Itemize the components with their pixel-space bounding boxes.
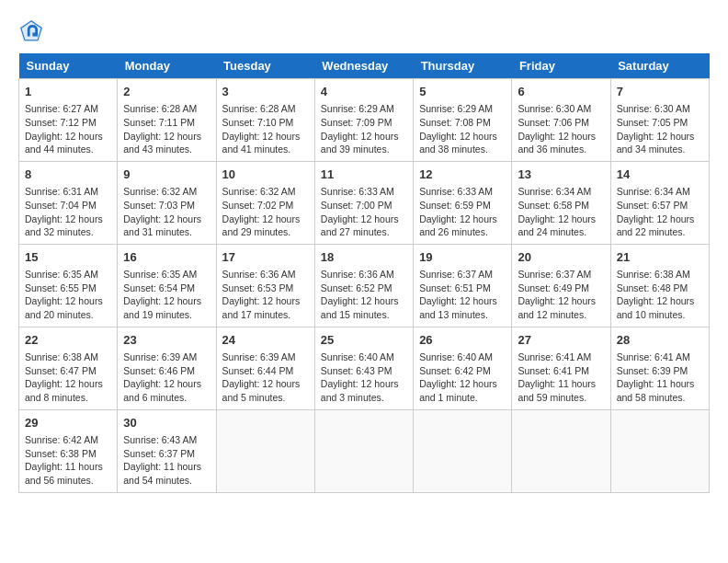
calendar-day: 12Sunrise: 6:33 AMSunset: 6:59 PMDayligh… xyxy=(414,161,512,244)
calendar-day: 15Sunrise: 6:35 AMSunset: 6:55 PMDayligh… xyxy=(19,244,118,327)
calendar-day: 8Sunrise: 6:31 AMSunset: 7:04 PMDaylight… xyxy=(19,161,118,244)
day-number: 6 xyxy=(518,84,604,100)
calendar-day: 30Sunrise: 6:43 AMSunset: 6:37 PMDayligh… xyxy=(118,409,216,492)
day-info: Sunrise: 6:41 AMSunset: 6:39 PMDaylight:… xyxy=(617,350,703,405)
calendar-day xyxy=(314,409,413,492)
dow-friday: Friday xyxy=(512,53,610,79)
day-number: 11 xyxy=(321,167,407,183)
calendar-day: 7Sunrise: 6:30 AMSunset: 7:05 PMDaylight… xyxy=(610,79,709,162)
calendar-day: 28Sunrise: 6:41 AMSunset: 6:39 PMDayligh… xyxy=(610,327,709,409)
calendar-day: 18Sunrise: 6:36 AMSunset: 6:52 PMDayligh… xyxy=(314,244,413,327)
day-info: Sunrise: 6:36 AMSunset: 6:52 PMDaylight:… xyxy=(321,268,407,322)
logo-icon xyxy=(18,18,44,44)
day-info: Sunrise: 6:37 AMSunset: 6:51 PMDaylight:… xyxy=(419,268,506,322)
day-number: 5 xyxy=(419,84,506,100)
day-info: Sunrise: 6:28 AMSunset: 7:10 PMDaylight:… xyxy=(222,102,309,156)
day-info: Sunrise: 6:33 AMSunset: 6:59 PMDaylight:… xyxy=(419,185,506,239)
day-number: 1 xyxy=(25,84,111,100)
day-info: Sunrise: 6:39 AMSunset: 6:44 PMDaylight:… xyxy=(222,350,309,405)
calendar-day: 24Sunrise: 6:39 AMSunset: 6:44 PMDayligh… xyxy=(216,327,314,409)
day-number: 9 xyxy=(123,167,210,183)
calendar-day: 21Sunrise: 6:38 AMSunset: 6:48 PMDayligh… xyxy=(610,244,709,327)
calendar-day: 25Sunrise: 6:40 AMSunset: 6:43 PMDayligh… xyxy=(314,327,413,409)
calendar-day: 11Sunrise: 6:33 AMSunset: 7:00 PMDayligh… xyxy=(314,161,413,244)
day-number: 30 xyxy=(123,415,210,431)
header xyxy=(18,18,710,44)
day-info: Sunrise: 6:40 AMSunset: 6:43 PMDaylight:… xyxy=(321,350,407,405)
day-info: Sunrise: 6:30 AMSunset: 7:05 PMDaylight:… xyxy=(617,102,703,156)
day-number: 24 xyxy=(222,332,309,349)
calendar-day: 4Sunrise: 6:29 AMSunset: 7:09 PMDaylight… xyxy=(314,79,413,162)
calendar-day: 27Sunrise: 6:41 AMSunset: 6:41 PMDayligh… xyxy=(512,327,610,409)
dow-monday: Monday xyxy=(118,53,216,79)
calendar-body: 1Sunrise: 6:27 AMSunset: 7:12 PMDaylight… xyxy=(19,79,710,493)
calendar-day: 1Sunrise: 6:27 AMSunset: 7:12 PMDaylight… xyxy=(19,79,118,162)
day-number: 7 xyxy=(617,84,703,100)
calendar-day: 26Sunrise: 6:40 AMSunset: 6:42 PMDayligh… xyxy=(414,327,512,409)
day-number: 23 xyxy=(123,332,210,349)
day-info: Sunrise: 6:30 AMSunset: 7:06 PMDaylight:… xyxy=(518,102,604,156)
calendar-day: 14Sunrise: 6:34 AMSunset: 6:57 PMDayligh… xyxy=(610,161,709,244)
day-info: Sunrise: 6:38 AMSunset: 6:48 PMDaylight:… xyxy=(617,268,703,322)
dow-tuesday: Tuesday xyxy=(216,53,314,79)
calendar-week: 8Sunrise: 6:31 AMSunset: 7:04 PMDaylight… xyxy=(19,161,710,244)
day-info: Sunrise: 6:40 AMSunset: 6:42 PMDaylight:… xyxy=(419,350,506,405)
day-number: 18 xyxy=(321,249,407,266)
day-number: 27 xyxy=(518,332,604,349)
day-info: Sunrise: 6:34 AMSunset: 6:58 PMDaylight:… xyxy=(518,185,604,239)
day-info: Sunrise: 6:41 AMSunset: 6:41 PMDaylight:… xyxy=(518,350,604,405)
calendar-day: 9Sunrise: 6:32 AMSunset: 7:03 PMDaylight… xyxy=(118,161,216,244)
calendar-day: 3Sunrise: 6:28 AMSunset: 7:10 PMDaylight… xyxy=(216,79,314,162)
day-number: 29 xyxy=(25,415,111,431)
day-info: Sunrise: 6:32 AMSunset: 7:02 PMDaylight:… xyxy=(222,185,309,239)
calendar-day: 16Sunrise: 6:35 AMSunset: 6:54 PMDayligh… xyxy=(118,244,216,327)
day-info: Sunrise: 6:34 AMSunset: 6:57 PMDaylight:… xyxy=(617,185,703,239)
calendar-table: SundayMondayTuesdayWednesdayThursdayFrid… xyxy=(18,53,710,493)
calendar-day: 29Sunrise: 6:42 AMSunset: 6:38 PMDayligh… xyxy=(19,409,118,492)
calendar-day: 2Sunrise: 6:28 AMSunset: 7:11 PMDaylight… xyxy=(118,79,216,162)
day-info: Sunrise: 6:32 AMSunset: 7:03 PMDaylight:… xyxy=(123,185,210,239)
days-of-week-header: SundayMondayTuesdayWednesdayThursdayFrid… xyxy=(19,53,710,79)
calendar-day xyxy=(512,409,610,492)
calendar-day xyxy=(414,409,512,492)
day-info: Sunrise: 6:29 AMSunset: 7:09 PMDaylight:… xyxy=(321,102,407,156)
day-number: 19 xyxy=(419,249,506,266)
calendar-day xyxy=(610,409,709,492)
day-info: Sunrise: 6:33 AMSunset: 7:00 PMDaylight:… xyxy=(321,185,407,239)
day-number: 14 xyxy=(617,167,703,183)
day-info: Sunrise: 6:27 AMSunset: 7:12 PMDaylight:… xyxy=(25,102,111,156)
day-number: 16 xyxy=(123,249,210,266)
calendar-day: 17Sunrise: 6:36 AMSunset: 6:53 PMDayligh… xyxy=(216,244,314,327)
day-number: 22 xyxy=(25,332,111,349)
day-number: 15 xyxy=(25,249,111,266)
calendar-day xyxy=(216,409,314,492)
calendar-week: 22Sunrise: 6:38 AMSunset: 6:47 PMDayligh… xyxy=(19,327,710,409)
calendar-day: 13Sunrise: 6:34 AMSunset: 6:58 PMDayligh… xyxy=(512,161,610,244)
day-info: Sunrise: 6:31 AMSunset: 7:04 PMDaylight:… xyxy=(25,185,111,239)
day-number: 21 xyxy=(617,249,703,266)
dow-saturday: Saturday xyxy=(610,53,709,79)
day-number: 17 xyxy=(222,249,309,266)
svg-marker-0 xyxy=(19,19,42,41)
calendar-week: 15Sunrise: 6:35 AMSunset: 6:55 PMDayligh… xyxy=(19,244,710,327)
calendar-day: 19Sunrise: 6:37 AMSunset: 6:51 PMDayligh… xyxy=(414,244,512,327)
day-info: Sunrise: 6:38 AMSunset: 6:47 PMDaylight:… xyxy=(25,350,111,405)
calendar-day: 22Sunrise: 6:38 AMSunset: 6:47 PMDayligh… xyxy=(19,327,118,409)
day-number: 12 xyxy=(419,167,506,183)
calendar-week: 1Sunrise: 6:27 AMSunset: 7:12 PMDaylight… xyxy=(19,79,710,162)
day-info: Sunrise: 6:42 AMSunset: 6:38 PMDaylight:… xyxy=(25,433,111,488)
day-number: 13 xyxy=(518,167,604,183)
day-number: 2 xyxy=(123,84,210,100)
day-number: 3 xyxy=(222,84,309,100)
day-number: 28 xyxy=(617,332,703,349)
logo xyxy=(18,18,48,44)
dow-wednesday: Wednesday xyxy=(314,53,413,79)
calendar-day: 5Sunrise: 6:29 AMSunset: 7:08 PMDaylight… xyxy=(414,79,512,162)
calendar-day: 10Sunrise: 6:32 AMSunset: 7:02 PMDayligh… xyxy=(216,161,314,244)
day-number: 4 xyxy=(321,84,407,100)
day-info: Sunrise: 6:39 AMSunset: 6:46 PMDaylight:… xyxy=(123,350,210,405)
day-number: 25 xyxy=(321,332,407,349)
day-number: 26 xyxy=(419,332,506,349)
day-number: 10 xyxy=(222,167,309,183)
calendar-week: 29Sunrise: 6:42 AMSunset: 6:38 PMDayligh… xyxy=(19,409,710,492)
